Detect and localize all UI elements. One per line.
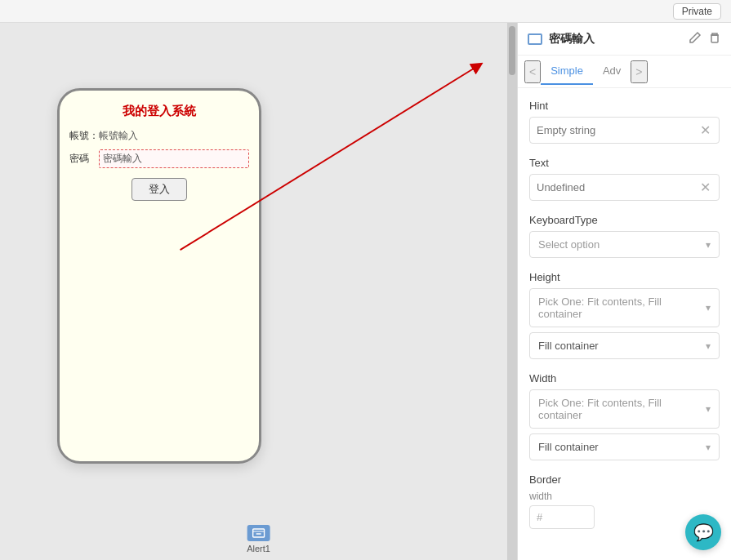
keyboard-type-section: KeyboardType Select option ▾ xyxy=(529,214,720,258)
svg-rect-4 xyxy=(711,35,718,42)
width-select-secondary[interactable]: Fill container ▾ xyxy=(529,433,720,460)
alert-label: Alert1 xyxy=(247,544,270,553)
height-section: Height Pick One: Fit contents, Fill cont… xyxy=(529,271,720,359)
tab-advanced[interactable]: Adv xyxy=(593,58,631,85)
width-option2-value: Fill container xyxy=(538,441,599,453)
height-select-secondary[interactable]: Fill container ▾ xyxy=(529,332,720,359)
chat-bubble[interactable]: 💬 xyxy=(685,514,721,550)
height-label: Height xyxy=(529,271,720,283)
border-color-input[interactable] xyxy=(546,506,587,528)
height-chevron2: ▾ xyxy=(706,340,711,352)
height-chevron1: ▾ xyxy=(706,302,711,313)
keyboard-type-select[interactable]: Select option ▾ xyxy=(529,231,720,258)
border-hash-symbol: # xyxy=(537,511,542,523)
width-section: Width Pick One: Fit contents, Fill conta… xyxy=(529,372,720,460)
keyboard-type-value: Select option xyxy=(538,238,600,251)
text-label: Text xyxy=(529,157,720,169)
width-chevron2: ▾ xyxy=(706,442,711,453)
tab-back-button[interactable]: < xyxy=(524,60,541,83)
component-type-icon xyxy=(528,33,542,45)
tab-forward-button[interactable]: > xyxy=(631,60,647,83)
width-chevron1: ▾ xyxy=(706,403,711,415)
bottom-label-container: Alert1 xyxy=(247,525,270,553)
tab-bar: < Simple Adv > xyxy=(518,56,731,88)
svg-rect-1 xyxy=(253,529,265,537)
hint-section: Hint ✕ xyxy=(529,100,720,144)
panel-body: Hint ✕ Text ✕ KeyboardType Select option xyxy=(518,88,731,560)
chat-icon: 💬 xyxy=(693,522,714,542)
hint-input[interactable] xyxy=(537,118,698,143)
account-input-display: 帳號輸入 xyxy=(99,129,249,143)
width-label: Width xyxy=(529,372,720,384)
height-option2-value: Fill container xyxy=(538,340,599,352)
border-input-row: # xyxy=(529,505,595,529)
alert-icon xyxy=(247,525,270,541)
keyboard-type-label: KeyboardType xyxy=(529,214,720,226)
private-button[interactable]: Private xyxy=(673,3,721,20)
panel-header: 密碼輸入 xyxy=(518,23,731,56)
password-label: 密碼 xyxy=(69,152,99,166)
right-panel: 密碼輸入 < Simple Adv xyxy=(517,23,731,560)
phone-row-account: 帳號： 帳號輸入 xyxy=(69,129,249,143)
hint-clear-button[interactable]: ✕ xyxy=(698,121,712,140)
hint-input-row: ✕ xyxy=(529,117,720,144)
keyboard-type-chevron: ▾ xyxy=(706,239,711,251)
text-input-row: ✕ xyxy=(529,174,720,201)
text-input[interactable] xyxy=(537,175,698,200)
phone-mockup: 我的登入系統 帳號： 帳號輸入 密碼 密碼輸入 登入 xyxy=(57,88,261,464)
height-option1-value: Pick One: Fit contents, Fill container xyxy=(538,296,706,320)
border-label: Border xyxy=(529,473,720,486)
width-option1-value: Pick One: Fit contents, Fill container xyxy=(538,397,706,421)
scroll-thumb[interactable] xyxy=(509,26,515,75)
text-section: Text ✕ xyxy=(529,157,720,201)
text-clear-button[interactable]: ✕ xyxy=(698,178,712,197)
phone-title: 我的登入系統 xyxy=(69,104,249,119)
canvas-scrollbar[interactable] xyxy=(507,23,517,560)
delete-button[interactable] xyxy=(708,31,721,47)
hint-label: Hint xyxy=(529,100,720,112)
panel-title: 密碼輸入 xyxy=(549,32,682,47)
account-label: 帳號： xyxy=(69,129,99,143)
phone-container: 我的登入系統 帳號： 帳號輸入 密碼 密碼輸入 登入 xyxy=(57,88,261,464)
main-layout: 我的登入系統 帳號： 帳號輸入 密碼 密碼輸入 登入 xyxy=(0,23,731,560)
edit-button[interactable] xyxy=(689,31,702,47)
phone-login-button[interactable]: 登入 xyxy=(131,178,187,201)
top-bar: Private xyxy=(0,0,731,23)
border-sub-label: width xyxy=(529,491,720,502)
width-select-primary[interactable]: Pick One: Fit contents, Fill container ▾ xyxy=(529,389,720,429)
phone-btn-row: 登入 xyxy=(69,178,249,201)
tab-simple[interactable]: Simple xyxy=(541,58,593,85)
height-select-primary[interactable]: Pick One: Fit contents, Fill container ▾ xyxy=(529,288,720,327)
canvas-area: 我的登入系統 帳號： 帳號輸入 密碼 密碼輸入 登入 xyxy=(0,23,517,560)
phone-row-password: 密碼 密碼輸入 xyxy=(69,149,249,168)
panel-header-actions xyxy=(689,31,721,47)
password-input-display: 密碼輸入 xyxy=(99,149,249,168)
